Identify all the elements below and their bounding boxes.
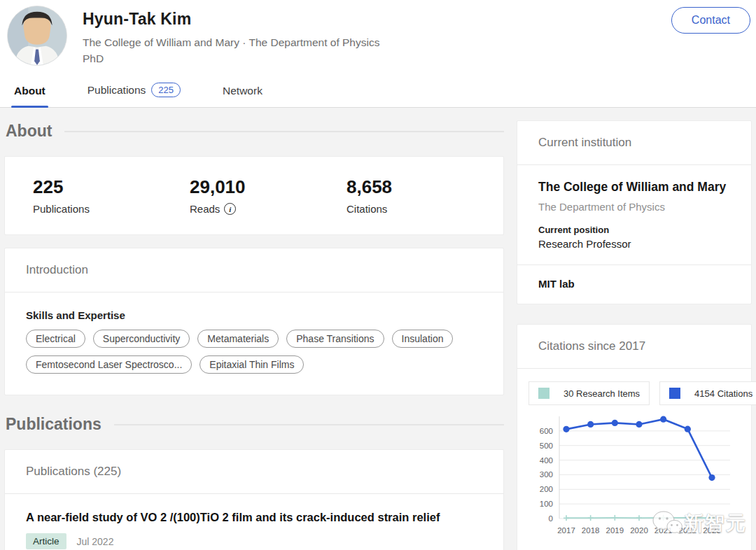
svg-text:2018: 2018 [582,526,600,535]
svg-text:0: 0 [549,514,553,523]
citations-label: 4154 Citations [694,388,752,399]
svg-text:2022: 2022 [679,526,697,535]
publications-card: Publications (225) A near-field study of… [4,449,504,550]
section-rule [64,131,504,132]
stat-publications-label: Publications [33,203,190,215]
current-institution-card: Current institution The College of Willi… [517,120,752,304]
citations-card-title: Citations since 2017 [517,325,751,368]
publications-section-header: Publications [6,415,504,434]
stat-citations-value: 8,658 [346,176,503,198]
current-institution-title: Current institution [517,121,751,164]
introduction-card: Introduction Skills and Expertise Electr… [4,248,504,395]
page-content: About 225 Publications 29,010 Reads i 8,… [0,108,756,550]
institution-department[interactable]: The Department of Physics [538,201,730,213]
svg-text:400: 400 [540,456,553,465]
position-label: Current position [538,225,730,235]
contact-button[interactable]: Contact [671,7,750,34]
section-rule [114,424,504,425]
skill-chip[interactable]: Epitaxial Thin Films [200,355,304,374]
tab-publications[interactable]: Publications 225 [85,83,183,107]
position-value: Research Professor [538,238,730,250]
publications-card-title: Publications (225) [5,450,503,493]
legend-research-items: 30 Research Items [528,381,650,405]
svg-text:2023: 2023 [703,526,721,535]
avatar-photo-placeholder [8,6,66,65]
avatar[interactable] [7,6,67,66]
publication-date: Jul 2022 [77,536,114,547]
about-section-title: About [6,122,52,141]
profile-name: Hyun-Tak Kim [83,10,379,29]
research-items-swatch [538,388,550,399]
stat-citations: 8,658 Citations [346,176,503,215]
svg-text:100: 100 [540,500,553,508]
profile-affiliation: The College of William and Mary · The De… [83,36,379,49]
institution-name[interactable]: The College of William and Mary [538,180,730,195]
publications-count-badge: 225 [151,83,181,97]
identity-block: Hyun-Tak Kim The College of William and … [83,10,379,65]
tab-network[interactable]: Network [220,85,265,107]
svg-text:2019: 2019 [606,526,624,535]
main-column: About 225 Publications 29,010 Reads i 8,… [4,120,504,550]
stat-publications: 225 Publications [33,176,190,215]
skill-chip[interactable]: Insulation [392,330,454,348]
stat-reads-value: 29,010 [190,176,346,198]
citations-swatch [669,388,680,399]
sidebar: Current institution The College of Willi… [517,120,752,550]
publication-item: A near-field study of VO 2 /(100)TiO 2 f… [5,494,503,550]
lab-name[interactable]: MIT lab [538,278,730,290]
svg-text:2017: 2017 [557,526,575,535]
introduction-title: Introduction [5,248,503,292]
skills-chip-list: Electrical Superconductivity Metamateria… [26,330,482,374]
tab-about-label: About [14,85,46,97]
citations-chart: 0100200300400500600201720182019202020212… [527,414,743,545]
svg-text:600: 600 [540,427,553,435]
svg-text:2020: 2020 [630,526,648,535]
svg-text:300: 300 [540,470,553,479]
tab-publications-label: Publications [88,84,146,97]
about-section-header: About [6,122,504,141]
skill-chip[interactable]: Femtosecond Laser Spectrosco... [26,355,192,374]
stats-card: 225 Publications 29,010 Reads i 8,658 Ci… [4,156,504,235]
info-icon[interactable]: i [224,203,236,215]
publication-type-badge: Article [26,533,66,549]
citations-chart-area: 0100200300400500600201720182019202020212… [517,408,751,548]
profile-tabbar: About Publications 225 Network [0,73,756,108]
profile-header: Hyun-Tak Kim The College of William and … [0,0,756,73]
legend-citations: 4154 Citations [659,381,756,405]
research-items-label: 30 Research Items [564,388,640,399]
skill-chip[interactable]: Phase Transitions [286,330,384,348]
stat-reads-label: Reads [190,203,220,215]
svg-text:2021: 2021 [654,526,673,535]
stat-reads: 29,010 Reads i [190,176,346,215]
citations-card: Citations since 2017 30 Research Items 4… [517,324,752,550]
svg-text:500: 500 [540,442,553,450]
publication-title[interactable]: A near-field study of VO 2 /(100)TiO 2 f… [26,511,482,524]
skill-chip[interactable]: Metamaterials [197,330,279,348]
tab-about[interactable]: About [11,85,48,107]
institution-details: The College of William and Mary The Depa… [517,165,751,265]
tab-network-label: Network [223,85,262,97]
skills-title: Skills and Expertise [26,309,482,321]
stat-citations-label: Citations [346,203,503,215]
skill-chip[interactable]: Electrical [26,330,85,348]
svg-text:200: 200 [540,485,553,493]
profile-degree: PhD [83,52,379,65]
skill-chip[interactable]: Superconductivity [93,330,190,348]
stat-publications-value: 225 [33,176,190,198]
chart-legend: 30 Research Items 4154 Citations [517,369,751,408]
publications-section-title: Publications [6,415,102,434]
